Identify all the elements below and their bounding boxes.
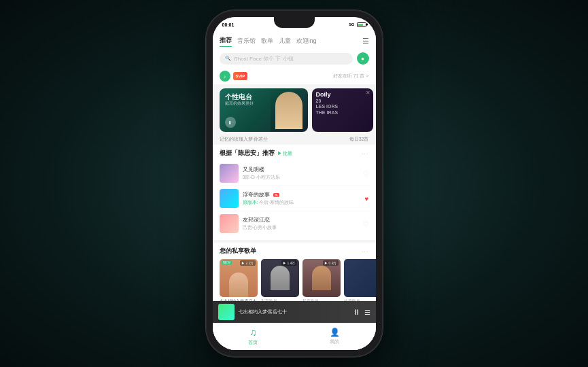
tab-recommended[interactable]: 推荐 [220,35,232,47]
playlist-title: 您的私享歌单 [220,247,256,256]
playlist-count-2: ▶ 1.4万 [281,260,296,266]
banner-section: 个性电台 戴耳机效果更好 ⏸ ✕ Doily 20 LES IORS THE I… [213,86,376,135]
bottom-nav: ♫ 首页 👤 我的 [213,323,376,350]
mini-player-title: 七出相约入梦·富岳七十 [239,309,349,315]
song-artist-1: 3部-D·小程方法乐 [243,174,359,181]
song-item[interactable]: 友邦深江恋 己责·心旁小故事 ♡ [220,211,369,236]
banner-main-subtitle: 戴耳机效果更好 [225,101,254,107]
playlist-thumb-3: ▶ 0.9万 [302,259,341,297]
song-info-2: 浮夸的故事 热 原版本: 今后·寒情的故味 [243,191,361,206]
search-container[interactable]: 🔍 Ghost Face 你个 下 小镇 [220,53,353,65]
recommend-header: 根据「陈思安」推荐 ▶ 批量 ··· [220,149,369,158]
tab-welcome[interactable]: 欢迎ing [296,35,317,47]
home-icon: ♫ [249,327,257,338]
song-thumb-1 [220,164,239,183]
status-time: 00:01 [222,22,235,27]
playlist-more-icon[interactable]: ··· [362,248,369,255]
scroll-content[interactable]: 个性电台 戴耳机效果更好 ⏸ ✕ Doily 20 LES IORS THE I… [213,86,376,301]
song-like-2[interactable]: ♥ [365,195,369,203]
banner-play-button[interactable]: ⏸ [225,117,236,128]
playlist-count-1: ▶ 2.2万 [240,260,255,266]
song-name-3: 友邦深江恋 [243,216,359,224]
top-nav: 推荐 音乐馆 歌单 儿童 欢迎ing ☰ [213,32,376,50]
song-item[interactable]: 浮夸的故事 热 原版本: 今后·寒情的故味 ♥ [220,186,369,211]
home-label: 首页 [248,339,258,346]
song-artist-3: 己责·心旁小故事 [243,224,359,231]
camera-icon: ● [361,56,364,62]
recommend-more-icon[interactable]: ··· [362,150,369,157]
recommend-title: 根据「陈思安」推荐 [220,149,275,158]
user-left: ♪ SVIP [220,71,248,82]
search-placeholder: Ghost Face 你个 下 小镇 [234,55,347,63]
playlist-section: 您的私享歌单 ··· ▶ 2.2万 NEW 七 [213,243,376,301]
song-info-1: 又见明楼 3部-D·小程方法乐 [243,166,359,181]
playlist-button[interactable]: ☰ [364,309,370,316]
song-like-1[interactable]: ♡ [363,170,369,177]
playlist-image-4 [344,259,376,297]
playlist-item[interactable]: ▶ 0.9万 私享歌单 [302,259,341,301]
new-badge: NEW [222,260,232,264]
nav-profile[interactable]: 👤 我的 [330,328,340,345]
playlist-count-3: ▶ 0.9万 [323,260,338,266]
user-friend-listening[interactable]: 好友在听 71 首 > [333,73,369,80]
search-bar: 🔍 Ghost Face 你个 下 小镇 ● [213,50,376,69]
person-silhouette [275,92,302,129]
song-thumb-2 [220,189,239,208]
playlist-grid: ▶ 2.2万 NEW 七出相约入梦·富岳七十+ ▶ 1.4万 [220,259,369,301]
profile-label: 我的 [330,338,339,345]
hot-badge: 热 [273,193,279,197]
doily-title: Doily 20 LES IORS THE IRAS [316,91,339,116]
playlist-item[interactable]: ▶ 2.2万 NEW 七出相约入梦·富岳七十+ [220,259,258,301]
song-item[interactable]: 又见明楼 3部-D·小程方法乐 ♡ [220,161,369,186]
playlist-item[interactable]: ▶ 1.4万 私享歌单 [261,259,299,301]
batch-play-button[interactable]: ▶ 批量 [277,150,293,157]
battery-fill [358,24,363,26]
banner-main[interactable]: 个性电台 戴耳机效果更好 ⏸ [220,88,308,132]
search-icon: 🔍 [225,56,231,61]
profile-icon: 👤 [330,328,340,337]
banner-doily[interactable]: ✕ Doily 20 LES IORS THE IRAS [312,88,373,132]
camera-search-button[interactable]: ● [357,52,369,65]
phone-frame: 00:01 5G 推荐 音乐馆 歌单 儿童 欢迎ing [206,10,383,357]
playlist-item[interactable]: 收藏歌单 [344,259,376,301]
nav-home[interactable]: ♫ 首页 [248,327,258,346]
user-avatar: ♪ [220,71,230,82]
song-name-2: 浮夸的故事 热 [243,191,361,198]
song-info-3: 友邦深江恋 己责·心旁小故事 [243,216,359,231]
song-like-3[interactable]: ♡ [363,220,369,228]
recommend-section: 根据「陈思安」推荐 ▶ 批量 ··· 又见明楼 3部-D·小程方法乐 ♡ [213,145,376,240]
playlist-thumb-2: ▶ 1.4万 [261,259,299,297]
mini-player[interactable]: 七出相约入梦·富岳七十 ⏸ ☰ [213,301,376,323]
play-pause-button[interactable]: ⏸ [353,308,360,316]
user-badge: SVIP [233,72,248,80]
song-artist-2: 原版本: 今后·寒情的故味 [243,199,361,206]
banner-main-label: 记忆的玫瑰入梦·孙若兰 [220,136,269,143]
mini-player-controls: ⏸ ☰ [353,308,370,316]
playlist-thumb-4 [344,259,376,297]
status-right: 5G [349,22,366,27]
nav-tabs: 推荐 音乐馆 歌单 儿童 欢迎ing [220,35,317,47]
app-content: 推荐 音乐馆 歌单 儿童 欢迎ing ☰ 🔍 Ghost Face 你个 下 小… [213,32,376,350]
mini-player-thumb [218,304,235,320]
signal-icon: 5G [349,22,354,27]
playlist-thumb-1: ▶ 2.2万 NEW [220,259,258,297]
menu-icon[interactable]: ☰ [362,37,369,46]
phone-screen: 00:01 5G 推荐 音乐馆 歌单 儿童 欢迎ing [213,17,376,350]
mini-player-info: 七出相约入梦·富岳七十 [239,309,349,315]
banner-main-image [271,88,308,132]
notch [274,17,315,28]
playlist-header: 您的私享歌单 ··· [220,247,369,256]
song-name-1: 又见明楼 [243,166,359,173]
doily-subtext: 20 LES IORS THE IRAS [316,99,339,116]
user-header: ♪ SVIP 好友在听 71 首 > [213,69,376,84]
tab-children[interactable]: 儿童 [279,35,291,47]
status-bar: 00:01 5G [213,17,376,32]
banner-close-button[interactable]: ✕ [366,90,370,96]
tab-playlist[interactable]: 歌单 [261,35,273,47]
song-thumb-3 [220,214,239,233]
banner-doily-label: 每日32首 [349,136,369,143]
battery-icon [357,22,366,27]
banner-labels: 记忆的玫瑰入梦·孙若兰 每日32首 [213,135,376,145]
tab-music-hall[interactable]: 音乐馆 [237,35,256,47]
